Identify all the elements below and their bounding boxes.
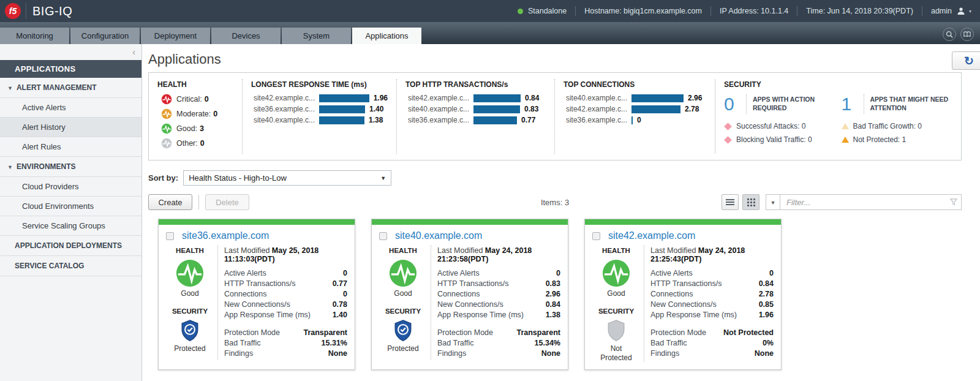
chart-row: site40.example.c...0.83 xyxy=(405,105,546,113)
grid-icon xyxy=(747,198,755,206)
tab-system[interactable]: System xyxy=(282,28,351,44)
sidebar-item-service-scaling-groups[interactable]: Service Scaling Groups xyxy=(0,216,141,236)
apps-with-action-required-stat: 0 APPS WITH ACTION REQUIRED xyxy=(724,94,835,115)
sidebar-group-environments[interactable]: ▼ENVIRONMENTS xyxy=(0,157,141,177)
health-critical-row: Critical:0 xyxy=(161,94,233,105)
sidebar-group-alert-management[interactable]: ▼ALERT MANAGEMENT xyxy=(0,78,141,98)
grid-view-button[interactable] xyxy=(742,194,760,210)
search-icon[interactable] xyxy=(943,28,956,41)
time: Time: Jun 14, 2018 20:39(PDT) xyxy=(797,7,922,15)
metric-value: 0 xyxy=(769,269,774,277)
metric-value: Transparent xyxy=(516,328,560,337)
f5-logo-icon: f5 xyxy=(5,3,21,19)
health-label: HEALTH xyxy=(592,247,640,254)
app-name: site36.example.c... xyxy=(405,116,469,124)
create-button[interactable]: Create xyxy=(148,194,192,210)
content-area: ‹ APPLICATIONS ▼ALERT MANAGEMENT Active … xyxy=(0,44,980,381)
refresh-button[interactable]: ↻ xyxy=(952,51,980,70)
standalone-status: Standalone xyxy=(509,7,575,15)
f5-logo-text: f5 xyxy=(9,6,17,16)
app-link[interactable]: site40.example.com xyxy=(395,230,482,241)
sidebar-item-cloud-providers[interactable]: Cloud Providers xyxy=(0,177,141,197)
metric-label: Active Alerts xyxy=(224,269,266,277)
sidebar-item-active-alerts[interactable]: Active Alerts xyxy=(0,98,141,118)
metric-row: Bad Traffic0% xyxy=(650,339,774,347)
metric-row: HTTP Transactions/s0.83 xyxy=(437,279,560,288)
filter-input[interactable] xyxy=(780,194,962,210)
app-name: site42.example.c... xyxy=(564,105,627,113)
tab-deployment[interactable]: Deployment xyxy=(141,28,210,44)
blocking-valid-traffic-item: Blocking Valid Traffic: 0 xyxy=(724,135,835,144)
sidebar-collapse[interactable]: ‹ xyxy=(0,44,141,60)
stat-label: APPS THAT MIGHT NEED ATTENTION xyxy=(870,96,953,112)
app-link[interactable]: site36.example.com xyxy=(182,230,269,241)
bar-value: 0 xyxy=(637,116,641,124)
view-tools: ▾ xyxy=(722,194,962,210)
tab-monitoring[interactable]: Monitoring xyxy=(0,28,69,44)
delete-button[interactable]: Delete xyxy=(205,194,249,210)
bar xyxy=(473,116,517,124)
top-http-transactions-chart: TOP HTTP TRANSACTIONS/s site42.example.c… xyxy=(396,79,554,154)
sidebar-item-cloud-environments[interactable]: Cloud Environments xyxy=(0,197,141,216)
filter-options-button[interactable]: ▾ xyxy=(766,194,780,210)
bar-value: 1.38 xyxy=(369,116,383,124)
metric-row: App Response Time (ms)1.38 xyxy=(437,311,560,319)
tab-devices[interactable]: Devices xyxy=(211,28,281,44)
metric-row: Connections2.78 xyxy=(650,290,774,298)
card-metrics-column: Last Modified May 24, 2018 21:25:43(PDT)… xyxy=(650,245,774,362)
metric-value: Not Protected xyxy=(723,328,774,337)
chevron-down-icon: ▾ xyxy=(969,9,971,14)
metric-row: App Response Time (ms)1.40 xyxy=(224,311,347,319)
health-good-row: Good:3 xyxy=(161,123,233,134)
metric-row: Connections0 xyxy=(224,290,347,298)
bar xyxy=(319,94,369,102)
metric-row: FindingsNone xyxy=(224,349,347,358)
metric-value: 0.84 xyxy=(546,300,560,309)
metric-value: 1.40 xyxy=(333,311,347,319)
stat-value: 1 xyxy=(842,94,858,115)
sidebar-item-application-deployments[interactable]: APPLICATION DEPLOYMENTS xyxy=(0,236,141,256)
bar-value: 2.78 xyxy=(685,105,699,113)
app-link[interactable]: site42.example.com xyxy=(608,230,695,241)
last-modified-row: Last Modified May 25, 2018 11:13:03(PDT) xyxy=(224,246,347,263)
chart-row: site42.example.c...1.96 xyxy=(251,94,388,102)
card-checkbox[interactable] xyxy=(379,232,387,240)
security-label: SECURITY xyxy=(379,307,427,315)
metric-row: App Response Time (ms)1.96 xyxy=(650,311,774,319)
metric-row: Active Alerts0 xyxy=(650,269,774,277)
card-checkbox[interactable] xyxy=(592,232,600,240)
sort-select[interactable]: Health Status - High-to-Low ▼ xyxy=(183,170,391,186)
metric-value: 0 xyxy=(343,290,347,298)
chart-row: site42.example.c...2.78 xyxy=(564,105,706,113)
chart-row: site40.example.c...2.96 xyxy=(564,94,706,102)
metric-row: Protection ModeNot Protected xyxy=(650,328,774,337)
card-checkbox[interactable] xyxy=(166,232,174,240)
metric-value: 1.38 xyxy=(546,311,560,319)
sidebar-item-alert-history[interactable]: Alert History xyxy=(0,118,141,137)
metric-row: Protection ModeTransparent xyxy=(224,328,347,337)
metric-value: 0 xyxy=(343,269,347,277)
standalone-label: Standalone xyxy=(528,7,567,15)
sidebar-item-alert-rules[interactable]: Alert Rules xyxy=(0,137,141,157)
metric-label: Findings xyxy=(224,349,253,358)
health-critical-label: Critical: xyxy=(176,95,202,104)
security-status-text: Not Protected xyxy=(597,344,635,362)
list-view-button[interactable] xyxy=(722,194,739,210)
tab-configuration[interactable]: Configuration xyxy=(70,28,140,44)
user-menu[interactable]: admin ▾ xyxy=(922,7,980,15)
tab-applications[interactable]: Applications xyxy=(352,28,421,44)
sidebar-item-service-catalog[interactable]: SERVICE CATALOG xyxy=(0,256,141,276)
help-guide-icon[interactable] xyxy=(960,28,974,41)
app-name: site42.example.c... xyxy=(251,94,315,102)
health-moderate-icon xyxy=(161,108,172,119)
bar-value: 0.77 xyxy=(521,116,535,124)
chart-title: TOP CONNECTIONS xyxy=(564,80,706,89)
last-modified-label: Last Modified xyxy=(650,246,696,255)
card-header: site40.example.com xyxy=(379,230,560,241)
health-summary: HEALTH Critical:0 Moderate:0 Good:3 xyxy=(149,79,242,154)
app-name: site40.example.c... xyxy=(564,94,627,102)
metric-label: Bad Traffic xyxy=(650,339,687,347)
metric-label: Bad Traffic xyxy=(224,339,261,347)
diamond-icon xyxy=(724,136,732,144)
divider xyxy=(431,245,431,360)
